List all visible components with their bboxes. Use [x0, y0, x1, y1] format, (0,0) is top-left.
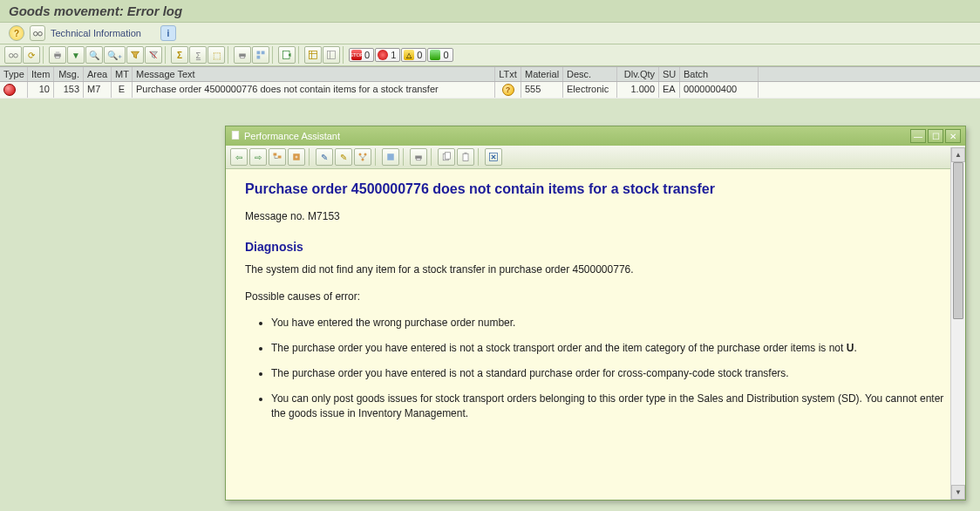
page-title-bar: Goods movement: Error log — [0, 0, 980, 23]
scroll-down-icon[interactable]: ▼ — [951, 485, 965, 500]
svg-point-27 — [362, 159, 364, 161]
layout-icon[interactable] — [304, 46, 322, 64]
print-icon[interactable] — [49, 46, 66, 64]
glasses-detail-icon[interactable] — [4, 46, 22, 64]
col-msg[interactable]: Msg. — [54, 67, 84, 81]
status-success[interactable]: 0 — [427, 48, 453, 62]
row-mt: E — [112, 82, 133, 98]
filter-icon[interactable]: ▼ — [67, 46, 85, 64]
clipboard-icon[interactable] — [457, 148, 474, 166]
pencil2-icon[interactable]: ✎ — [335, 148, 352, 166]
svg-rect-19 — [232, 132, 239, 140]
col-qty[interactable]: Dlv.Qty — [617, 67, 659, 81]
row-error-icon — [3, 84, 16, 96]
close-button[interactable]: ✕ — [945, 129, 961, 143]
svg-point-0 — [34, 32, 38, 37]
nav-forward-icon[interactable]: ⇨ — [249, 148, 267, 166]
dialog-title-bar[interactable]: Performance Assistant — ☐ ✕ — [226, 126, 965, 146]
maximize-button[interactable]: ☐ — [928, 129, 943, 143]
svg-rect-10 — [257, 51, 261, 55]
page-title: Goods movement: Error log — [9, 3, 971, 18]
scroll-thumb[interactable] — [953, 162, 963, 319]
row-su: EA — [659, 82, 680, 98]
col-material[interactable]: Material — [521, 67, 563, 81]
diagnosis-text: The system did not find any item for a s… — [245, 262, 946, 277]
row-item: 10 — [28, 82, 54, 98]
list-item: You can only post goods issues for stock… — [271, 392, 946, 421]
nav-back-icon[interactable]: ⇦ — [230, 148, 248, 166]
svg-rect-17 — [328, 51, 336, 59]
svg-rect-32 — [446, 153, 451, 160]
status-warning[interactable]: △0 — [401, 48, 426, 62]
export-excel-icon[interactable] — [278, 46, 296, 64]
export-print-icon[interactable] — [234, 46, 251, 64]
refresh-icon[interactable]: ⟳ — [23, 46, 40, 64]
col-batch[interactable]: Batch — [680, 67, 759, 81]
info-icon[interactable]: i — [160, 25, 176, 41]
longtext-icon[interactable]: ? — [502, 84, 514, 96]
warning-icon: △ — [404, 50, 414, 60]
technical-info-label[interactable]: Technical Information — [51, 28, 141, 38]
stop-icon: STOP — [351, 50, 362, 60]
row-batch: 0000000400 — [680, 82, 759, 98]
dialog-content: Purchase order 4500000776 does not conta… — [226, 169, 965, 500]
edit-icon[interactable]: ✎ — [316, 148, 333, 166]
scroll-up-icon[interactable]: ▲ — [951, 147, 965, 162]
row-msg: 153 — [54, 82, 84, 98]
minimize-button[interactable]: — — [910, 129, 926, 143]
dialog-title: Performance Assistant — [244, 131, 340, 141]
col-type[interactable]: Type — [0, 67, 28, 81]
set-filter-icon[interactable] — [126, 46, 144, 64]
tree-icon[interactable] — [269, 148, 286, 166]
filter-delete-icon[interactable] — [145, 46, 162, 64]
sum-icon[interactable]: Σ — [171, 46, 188, 64]
personalize-icon[interactable] — [382, 148, 399, 166]
row-area: M7 — [84, 82, 112, 98]
svg-rect-28 — [387, 153, 394, 160]
grid-toolbar: ⟳ ▼ 🔍 🔍₊ Σ Σ̲ ⬚ STOP0 1 △0 0 — [0, 44, 980, 66]
dlg-close-icon[interactable] — [485, 148, 502, 166]
list-item: The purchase order you have entered is n… — [271, 341, 946, 356]
appl-help-icon[interactable] — [288, 148, 305, 166]
copy-icon[interactable] — [438, 148, 455, 166]
col-text[interactable]: Message Text — [133, 67, 495, 81]
causes-title: Possible causes of error: — [245, 290, 946, 304]
svg-point-3 — [14, 54, 18, 58]
status-error[interactable]: 1 — [375, 48, 400, 62]
col-ltxt[interactable]: LTxt — [495, 67, 521, 81]
dialog-scrollbar[interactable]: ▲ ▼ — [950, 147, 965, 500]
row-qty: 1.000 — [617, 82, 659, 98]
sort-asc-icon[interactable]: ⬚ — [208, 46, 225, 64]
status-stop[interactable]: STOP0 — [349, 48, 374, 62]
glasses-icon[interactable] — [30, 25, 45, 41]
svg-point-26 — [364, 153, 367, 156]
hierarchy-icon[interactable] — [354, 148, 371, 166]
layout-change-icon[interactable] — [323, 46, 340, 64]
svg-point-25 — [359, 153, 362, 156]
col-item[interactable]: Item — [28, 67, 54, 81]
success-icon — [430, 50, 440, 60]
svg-rect-5 — [56, 51, 60, 53]
svg-rect-34 — [465, 153, 467, 154]
help-icon[interactable]: ? — [9, 25, 24, 41]
svg-rect-30 — [417, 159, 421, 160]
dialog-toolbar: ⇦ ⇨ ✎ ✎ — [226, 146, 965, 169]
subtotal-icon[interactable]: Σ̲ — [189, 46, 207, 64]
col-desc[interactable]: Desc. — [563, 67, 617, 81]
table-row[interactable]: 10 153 M7 E Purchase order 4500000776 do… — [0, 82, 980, 99]
col-area[interactable]: Area — [84, 67, 112, 81]
col-mt[interactable]: MT — [112, 67, 133, 81]
find-next-icon[interactable]: 🔍₊ — [104, 46, 126, 64]
message-no: Message no. M7153 — [245, 209, 946, 224]
svg-rect-12 — [257, 56, 261, 59]
views-icon[interactable] — [252, 46, 269, 64]
list-item: You have entered the wrong purchase orde… — [271, 316, 946, 330]
col-su[interactable]: SU — [659, 67, 680, 81]
svg-point-2 — [10, 54, 14, 58]
performance-assistant-dialog: Performance Assistant — ☐ ✕ ⇦ ⇨ ✎ ✎ Purc… — [225, 126, 966, 501]
dialog-heading: Purchase order 4500000776 does not conta… — [245, 181, 946, 197]
diagnosis-title: Diagnosis — [245, 240, 946, 254]
causes-list: You have entered the wrong purchase orde… — [271, 316, 946, 420]
dlg-print-icon[interactable] — [410, 148, 427, 166]
find-icon[interactable]: 🔍 — [85, 46, 103, 64]
